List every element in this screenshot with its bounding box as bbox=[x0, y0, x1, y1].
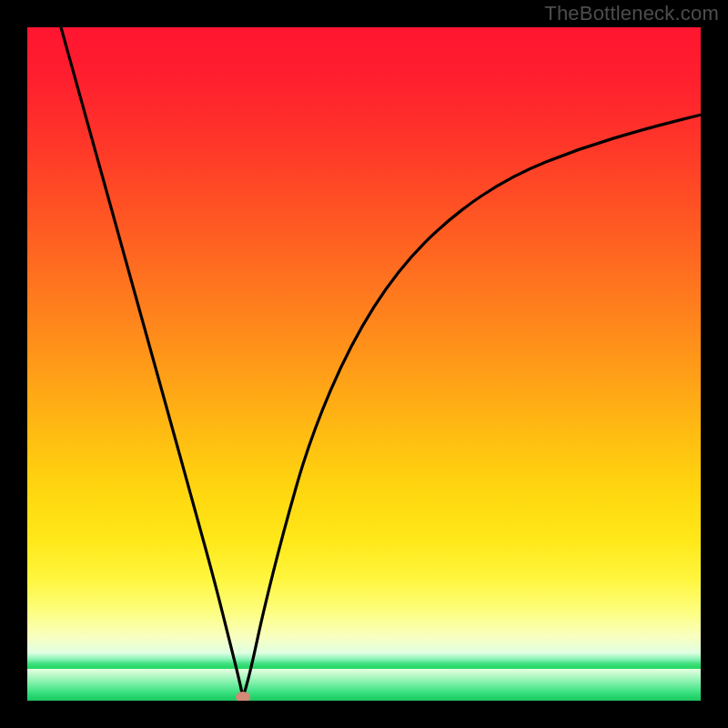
watermark-text: TheBottleneck.com bbox=[544, 2, 719, 25]
bottleneck-curve bbox=[27, 27, 701, 701]
sweet-spot-marker bbox=[236, 692, 250, 701]
plot-area bbox=[27, 27, 701, 701]
chart-frame: TheBottleneck.com bbox=[0, 0, 728, 728]
